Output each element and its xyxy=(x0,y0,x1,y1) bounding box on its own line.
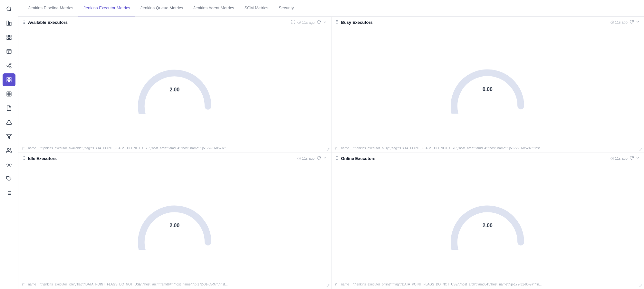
layout-icon[interactable] xyxy=(3,45,15,58)
gauge-container-idle-executors: 2.00 xyxy=(18,163,331,281)
gauge-container-available-executors: 2.00 xyxy=(18,28,331,145)
gauge-value-available-executors: 2.00 xyxy=(169,87,179,93)
gauge-value-busy-executors: 0.00 xyxy=(483,87,493,92)
panel-title-online-executors: Online Executors xyxy=(341,156,376,161)
panel-footer-available-executors: {"__name__":"jenkins_executor_available"… xyxy=(18,145,331,153)
svg-rect-5 xyxy=(7,38,8,40)
svg-rect-4 xyxy=(9,35,11,37)
resize-handle[interactable] xyxy=(326,148,330,151)
svg-rect-3 xyxy=(7,35,8,37)
tab-jenkins-executor[interactable]: Jenkins Executor Metrics xyxy=(78,0,135,16)
svg-rect-11 xyxy=(7,78,8,79)
bar-chart-icon[interactable] xyxy=(3,17,15,30)
time-ago: 11s ago xyxy=(610,20,628,24)
svg-point-9 xyxy=(7,65,8,67)
panel-header-idle-executors: ⠿Idle Executors 11s ago xyxy=(18,153,331,163)
table-icon[interactable] xyxy=(3,88,15,100)
puzzle-icon[interactable] xyxy=(3,172,15,185)
svg-point-8 xyxy=(10,63,11,65)
svg-rect-1 xyxy=(7,21,8,25)
svg-point-20 xyxy=(8,164,10,166)
share-icon[interactable] xyxy=(3,59,15,72)
gauge-value-online-executors: 2.00 xyxy=(483,223,493,228)
panel-title-available-executors: Available Executors xyxy=(28,20,68,25)
tab-scm-metrics[interactable]: SCM Metrics xyxy=(239,0,274,16)
svg-point-19 xyxy=(7,148,9,150)
search-icon[interactable] xyxy=(3,3,15,15)
svg-rect-15 xyxy=(7,92,11,96)
resize-handle[interactable] xyxy=(326,284,330,287)
tab-bar: Jenkins Pipeline Metrics Jenkins Executo… xyxy=(18,0,644,17)
more-options-icon[interactable] xyxy=(636,156,640,161)
more-options-icon[interactable] xyxy=(636,20,640,25)
list-icon[interactable] xyxy=(3,187,15,200)
time-ago: 11s ago xyxy=(297,156,314,160)
svg-rect-7 xyxy=(7,49,11,54)
svg-rect-6 xyxy=(9,38,11,40)
svg-point-10 xyxy=(10,67,11,68)
panel-header-busy-executors: ⠿Busy Executors 11s ago xyxy=(332,17,644,27)
tab-jenkins-queue[interactable]: Jenkins Queue Metrics xyxy=(135,0,188,16)
panel-footer-idle-executors: {"__name__":"jenkins_executor_idle","fla… xyxy=(18,281,331,289)
gauge-container-busy-executors: 0.00 xyxy=(332,27,644,145)
panel-footer-online-executors: {"__name__":"jenkins_executor_online","f… xyxy=(332,281,644,289)
refresh-icon[interactable] xyxy=(630,156,634,161)
panel-busy-executors: ⠿Busy Executors 11s ago0.00{"__name__":"… xyxy=(331,17,644,153)
refresh-icon[interactable] xyxy=(630,20,634,25)
panel-title-idle-executors: Idle Executors xyxy=(28,156,57,161)
dashboard-active-icon[interactable] xyxy=(3,73,15,86)
svg-rect-13 xyxy=(7,80,8,82)
grid-small-icon[interactable] xyxy=(3,31,15,44)
drag-handle-icon[interactable]: ⠿ xyxy=(335,156,339,161)
refresh-icon[interactable] xyxy=(317,20,321,25)
time-ago: 11s ago xyxy=(610,156,628,160)
tab-jenkins-agent[interactable]: Jenkins Agent Metrics xyxy=(188,0,239,16)
expand-icon[interactable] xyxy=(291,20,295,25)
settings-icon[interactable] xyxy=(3,158,15,171)
panel-title-busy-executors: Busy Executors xyxy=(341,20,373,25)
gauge-value-idle-executors: 2.00 xyxy=(169,223,179,228)
filter-icon[interactable] xyxy=(3,130,15,143)
resize-handle[interactable] xyxy=(639,148,642,151)
tab-security[interactable]: Security xyxy=(274,0,299,16)
document-icon[interactable] xyxy=(3,102,15,115)
svg-rect-14 xyxy=(9,80,11,82)
panel-header-available-executors: ⠿Available Executors 11s ago xyxy=(18,17,331,28)
drag-handle-icon[interactable]: ⠿ xyxy=(22,20,25,25)
gauge-container-online-executors: 2.00 xyxy=(332,163,644,281)
resize-handle[interactable] xyxy=(639,284,642,287)
drag-handle-icon[interactable]: ⠿ xyxy=(335,20,339,25)
sidebar xyxy=(0,0,18,289)
panel-header-online-executors: ⠿Online Executors 11s ago xyxy=(332,153,644,163)
svg-rect-12 xyxy=(9,78,11,79)
svg-marker-18 xyxy=(6,134,11,139)
users-icon[interactable] xyxy=(3,144,15,157)
drag-handle-icon[interactable]: ⠿ xyxy=(22,156,25,161)
time-ago: 11s ago xyxy=(297,21,314,24)
panel-online-executors: ⠿Online Executors 11s ago2.00{"__name__"… xyxy=(331,153,644,289)
more-options-icon[interactable] xyxy=(323,20,327,25)
panel-idle-executors: ⠿Idle Executors 11s ago2.00{"__name__":"… xyxy=(18,153,331,289)
panel-footer-busy-executors: {"__name__":"jenkins_executor_busy","fla… xyxy=(332,145,644,153)
tab-jenkins-pipeline[interactable]: Jenkins Pipeline Metrics xyxy=(23,0,78,16)
main-content: Jenkins Pipeline Metrics Jenkins Executo… xyxy=(18,0,644,289)
svg-point-0 xyxy=(7,7,11,11)
svg-rect-2 xyxy=(9,22,11,25)
alert-icon[interactable] xyxy=(3,116,15,129)
dashboard-grid: ⠿Available Executors 11s ago2.00{"__name… xyxy=(18,17,644,289)
more-options-icon[interactable] xyxy=(323,156,327,161)
panel-available-executors: ⠿Available Executors 11s ago2.00{"__name… xyxy=(18,17,331,153)
refresh-icon[interactable] xyxy=(317,156,321,161)
